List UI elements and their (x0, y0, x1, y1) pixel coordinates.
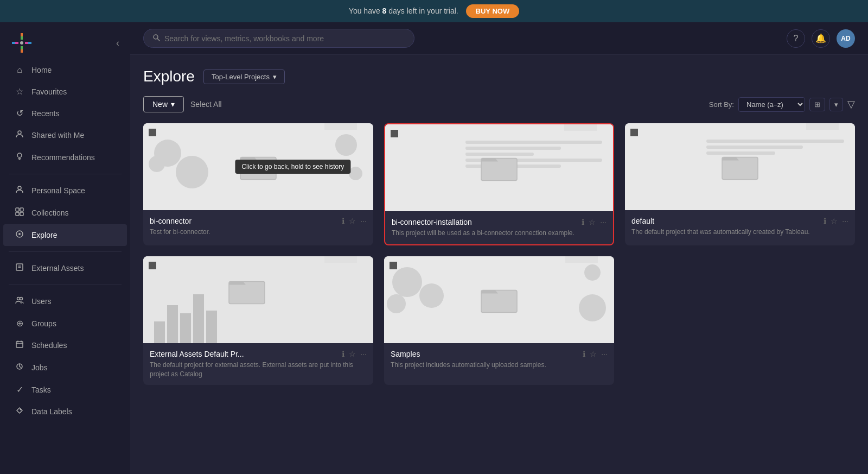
svg-rect-28 (229, 281, 265, 304)
bar (193, 294, 204, 343)
favourite-button[interactable]: ☆ (590, 350, 597, 358)
sidebar-item-users[interactable]: Users (3, 290, 127, 312)
favourite-button[interactable]: ☆ (831, 217, 838, 225)
svg-point-24 (154, 35, 158, 39)
sidebar-item-favourites[interactable]: ☆ Favourites (3, 81, 127, 102)
sidebar-item-label: Groups (31, 319, 56, 328)
favourite-button[interactable]: ☆ (349, 217, 356, 225)
sidebar-item-schedules[interactable]: Schedules (3, 334, 127, 356)
sidebar-item-external[interactable]: External Assets (3, 257, 127, 279)
nav-divider-3 (9, 285, 122, 285)
sidebar-logo-area: ‹ (0, 22, 130, 59)
card-corner-mark (390, 262, 397, 269)
sidebar-item-collections[interactable]: Collections (3, 202, 127, 224)
sidebar-item-explore[interactable]: Explore (3, 224, 127, 246)
sidebar-item-personal[interactable]: Personal Space (3, 180, 127, 201)
sidebar-item-recommendations[interactable]: Recommendations (3, 147, 127, 168)
bar (180, 313, 191, 343)
user-avatar[interactable]: AD (837, 29, 855, 48)
card-description: The default project for external assets.… (150, 361, 367, 379)
search-input[interactable] (164, 34, 405, 43)
sidebar-collapse-button[interactable]: ‹ (116, 37, 119, 49)
more-button[interactable]: ··· (842, 217, 848, 225)
card-info: bi-connector-installation ℹ ☆ ··· This p… (385, 211, 613, 244)
new-button[interactable]: New ▾ (143, 96, 184, 112)
tasks-icon: ✓ (14, 384, 25, 395)
card-tab (565, 256, 598, 263)
svg-rect-4 (21, 36, 23, 40)
sidebar-item-recents[interactable]: ↺ Recents (3, 103, 127, 124)
sidebar-item-label: Explore (31, 231, 57, 239)
thumb-line (465, 141, 602, 144)
card-info: bi-connector ℹ ☆ ··· Test for bi-connect… (143, 210, 373, 243)
card-thumbnail: Click to go back, hold to see history (143, 123, 373, 210)
card-description: This project will be used as a bi-connec… (392, 229, 607, 238)
card-name-row: default ℹ ☆ ··· (631, 217, 848, 225)
card-description: This project includes automatically uplo… (391, 361, 608, 370)
card-action-icons: ℹ ☆ ··· (824, 217, 848, 225)
info-button[interactable]: ℹ (582, 218, 584, 226)
card-thumbnail (385, 124, 613, 211)
sidebar-item-groups[interactable]: ⊕ Groups (3, 313, 127, 334)
select-all-button[interactable]: Select All (190, 100, 222, 109)
card-name-row: bi-connector ℹ ☆ ··· (150, 217, 367, 225)
sidebar-item-shared[interactable]: Shared with Me (3, 124, 127, 146)
schedules-icon (14, 340, 25, 351)
groups-icon: ⊕ (14, 318, 25, 328)
card-corner-mark (391, 130, 398, 137)
chevron-view-button[interactable]: ▾ (829, 98, 843, 111)
sidebar-item-label: Recommendations (31, 153, 95, 162)
project-card[interactable]: bi-connector-installation ℹ ☆ ··· This p… (384, 123, 614, 245)
nav-divider-2 (9, 251, 122, 252)
toolbar: New ▾ Select All Sort By: Name (a–z) Nam… (143, 96, 855, 112)
search-bar[interactable] (143, 29, 414, 48)
sidebar-item-label: Recents (31, 109, 59, 118)
card-tab (806, 123, 839, 130)
thumb-circle (387, 294, 406, 313)
nav-divider-1 (9, 174, 122, 174)
card-info: default ℹ ☆ ··· The default project that… (625, 210, 855, 243)
more-button[interactable]: ··· (360, 350, 367, 358)
sidebar-item-label: External Assets (31, 264, 84, 273)
cards-grid: Click to go back, hold to see history bi… (143, 123, 855, 385)
notifications-button[interactable]: 🔔 (812, 29, 830, 48)
buy-now-button[interactable]: BUY NOW (466, 4, 520, 18)
sidebar-item-label: Favourites (31, 87, 67, 96)
sidebar-item-label: Jobs (31, 363, 48, 372)
thumb-circle (584, 264, 601, 281)
thumb-circle (579, 294, 606, 321)
project-card[interactable]: Click to go back, hold to see history bi… (143, 123, 373, 245)
favourite-button[interactable]: ☆ (349, 350, 356, 358)
info-button[interactable]: ℹ (583, 350, 585, 358)
sidebar-item-label: Collections (31, 208, 68, 217)
projects-dropdown[interactable]: Top-Level Projects ▾ (203, 69, 285, 84)
folder-icon (480, 152, 518, 184)
bar (206, 311, 217, 343)
explore-icon (14, 230, 25, 241)
favourite-button[interactable]: ☆ (589, 218, 596, 226)
help-button[interactable]: ? (787, 29, 805, 48)
info-button[interactable]: ℹ (342, 350, 344, 358)
filter-button[interactable]: ▽ (847, 98, 855, 110)
grid-view-button[interactable]: ⊞ (809, 98, 825, 111)
project-card[interactable]: External Assets Default Pr... ℹ ☆ ··· Th… (143, 256, 373, 385)
sidebar-item-label: Users (31, 297, 52, 306)
thumb-circle (176, 156, 208, 188)
info-button[interactable]: ℹ (342, 217, 344, 225)
sidebar-item-jobs[interactable]: Jobs (3, 357, 127, 378)
info-button[interactable]: ℹ (824, 217, 826, 225)
more-button[interactable]: ··· (601, 350, 608, 358)
sidebar-navigation: ⌂ Home ☆ Favourites ↺ Recents Shared wit… (0, 59, 130, 463)
header-icons: ? 🔔 AD (787, 29, 855, 48)
sidebar-item-data-labels[interactable]: Data Labels (3, 401, 127, 422)
more-button[interactable]: ··· (360, 217, 367, 225)
sort-dropdown[interactable]: Name (a–z) Name (z–a) Date Modified (738, 97, 805, 112)
thumb-circle (349, 167, 362, 180)
card-description: The default project that was automatical… (631, 227, 848, 237)
card-name: bi-connector-installation (392, 218, 578, 226)
more-button[interactable]: ··· (600, 218, 607, 226)
project-card[interactable]: Samples ℹ ☆ ··· This project includes au… (384, 256, 614, 385)
project-card[interactable]: default ℹ ☆ ··· The default project that… (625, 123, 855, 245)
sidebar-item-home[interactable]: ⌂ Home (3, 60, 127, 80)
sidebar-item-tasks[interactable]: ✓ Tasks (3, 379, 127, 400)
